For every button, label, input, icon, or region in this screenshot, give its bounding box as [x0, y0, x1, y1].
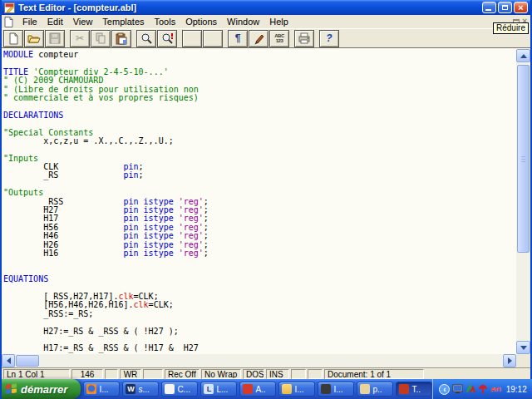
- status-spacer-4: [308, 369, 323, 379]
- task-buttons: I...Ws...C...LL...A..I...I...p..T..: [81, 382, 432, 397]
- cut-button[interactable]: ✂: [70, 30, 90, 47]
- code-line[interactable]: H17:=_RS & _RSS & ( !H17 & H27: [3, 344, 516, 352]
- find-button[interactable]: [136, 30, 156, 47]
- code-token: " (C) 2009 CHAMOUARD: [3, 76, 103, 85]
- code-line[interactable]: EQUATIONS: [3, 275, 516, 283]
- code-token: ;: [204, 205, 209, 214]
- scroll-up-button[interactable]: [516, 49, 530, 62]
- code-line[interactable]: [3, 258, 516, 266]
- display-icon[interactable]: [452, 384, 463, 394]
- save-button[interactable]: [45, 30, 65, 47]
- paste-button[interactable]: [111, 30, 131, 47]
- firefox-icon: [86, 384, 96, 394]
- taskbar-task-folder[interactable]: I...: [278, 382, 315, 397]
- code-line[interactable]: _RSS:=_RS;: [3, 310, 516, 318]
- task-label: I...: [333, 385, 342, 394]
- vertical-scrollbar[interactable]: [516, 49, 530, 354]
- code-token: 'Compteur div 2-4-5-10-...': [33, 67, 169, 76]
- antivirus-activity-icon[interactable]: [466, 384, 475, 394]
- code-token: 'reg': [179, 223, 204, 232]
- l-app-icon: L: [204, 384, 214, 394]
- hide-icons-chevron[interactable]: ‹: [439, 384, 450, 395]
- scroll-down-button[interactable]: [516, 341, 530, 354]
- taskbar-task-winscp[interactable]: Ws...: [122, 382, 159, 397]
- help-button[interactable]: ?: [319, 30, 339, 47]
- special-chars-button[interactable]: ¶: [228, 30, 248, 47]
- code-line[interactable]: MODULE compteur: [3, 51, 516, 59]
- status-document-count: Document: 1 of 1: [324, 369, 424, 379]
- ati-icon[interactable]: ATI: [490, 386, 500, 393]
- code-line[interactable]: _RS pin;: [3, 171, 516, 180]
- find-next-button[interactable]: [157, 30, 177, 47]
- menu-item-help[interactable]: Help: [264, 16, 293, 27]
- menu-item-window[interactable]: Window: [222, 16, 264, 27]
- code-token: ;: [204, 240, 209, 249]
- code-line[interactable]: H16 pin istype 'reg';: [3, 249, 516, 258]
- document-system-icon[interactable]: [4, 17, 13, 27]
- code-token: [_RSS,H27,H17].: [3, 292, 118, 301]
- menu-item-tools[interactable]: Tools: [150, 16, 181, 27]
- code-token: " commerciale et à vos propres risques): [3, 93, 199, 102]
- menu-item-edit[interactable]: Edit: [42, 16, 68, 27]
- case-convert-button[interactable]: ABC 123: [269, 30, 289, 47]
- open-folder-icon: [27, 32, 41, 45]
- code-line[interactable]: " commerciale et à vos propres risques): [3, 94, 516, 102]
- taskbar-task-text-editor[interactable]: T..: [396, 382, 432, 397]
- menu-items: FileEditViewTemplatesToolsOptionsWindowH…: [17, 17, 293, 27]
- code-line[interactable]: [3, 180, 516, 189]
- avira-icon[interactable]: [478, 384, 488, 394]
- minimize-button[interactable]: [482, 2, 496, 13]
- status-write-mode: WR: [120, 369, 141, 379]
- task-label: L...: [216, 385, 228, 394]
- scroll-left-button[interactable]: [2, 354, 15, 367]
- start-button[interactable]: démarrer: [2, 379, 81, 399]
- code-token: ;: [204, 249, 209, 258]
- new-file-button[interactable]: [3, 30, 23, 47]
- code-token: ;: [204, 214, 209, 223]
- vertical-scroll-thumb[interactable]: [517, 65, 530, 253]
- pen-button[interactable]: [249, 30, 268, 47]
- menu-item-templates[interactable]: Templates: [97, 16, 149, 27]
- taskbar-task-chip-app[interactable]: I...: [318, 382, 354, 397]
- status-wrap-mode: No Wrap: [201, 369, 241, 379]
- code-token: pin istype: [124, 249, 174, 258]
- menu-item-view[interactable]: View: [68, 16, 98, 27]
- code-line[interactable]: H27:=_RS & _RSS & ( !H27 );: [3, 328, 516, 336]
- code-token: H17: [3, 214, 124, 223]
- print-button[interactable]: [294, 30, 314, 47]
- menubar: FileEditViewTemplatesToolsOptionsWindowH…: [2, 15, 530, 28]
- restore-button[interactable]: [498, 2, 512, 13]
- code-area[interactable]: MODULE compteur TITLE 'Compteur div 2-4-…: [2, 49, 516, 354]
- open-file-button[interactable]: [24, 30, 44, 47]
- task-label: s...: [138, 385, 149, 394]
- code-line[interactable]: [3, 145, 516, 154]
- code-line[interactable]: [3, 102, 516, 111]
- taskbar-task-firefox[interactable]: I...: [83, 382, 120, 397]
- scroll-right-button[interactable]: [503, 354, 516, 367]
- horizontal-scrollbar[interactable]: [2, 354, 516, 367]
- menu-item-file[interactable]: File: [17, 16, 42, 27]
- blank-button-1[interactable]: [182, 30, 202, 47]
- code-token: pin istype: [124, 231, 174, 240]
- taskbar-task-l-app[interactable]: LL...: [200, 382, 237, 397]
- taskbar-task-c-window[interactable]: C...: [161, 382, 198, 397]
- menu-item-options[interactable]: Options: [180, 16, 222, 27]
- code-token: EQUATIONS: [3, 274, 48, 283]
- task-label: I...: [99, 385, 108, 394]
- taskbar-task-a-app[interactable]: A..: [239, 382, 276, 397]
- code-token: 'reg': [179, 240, 204, 249]
- horizontal-scroll-thumb[interactable]: [16, 355, 39, 367]
- code-line[interactable]: DECLARATIONS: [3, 111, 516, 120]
- paste-clipboard-icon: [116, 32, 127, 45]
- copy-button[interactable]: [91, 30, 111, 47]
- taskbar-task-paint[interactable]: p..: [357, 382, 393, 397]
- code-token: H46: [3, 231, 124, 240]
- code-line[interactable]: x,c,z,u = .X.,.C.,.Z.,.U.;: [3, 137, 516, 145]
- cut-scissors-icon: ✂: [76, 32, 84, 44]
- statusbar-cells: Ln 1 Col 1146WRRec OffNo WrapDOSINSDocum…: [3, 369, 424, 379]
- code-token: CLK: [3, 162, 124, 171]
- close-button[interactable]: ×: [514, 2, 528, 13]
- blank-button-2[interactable]: [203, 30, 223, 47]
- code-line[interactable]: [3, 267, 516, 275]
- code-token: "Special Constants: [3, 128, 93, 137]
